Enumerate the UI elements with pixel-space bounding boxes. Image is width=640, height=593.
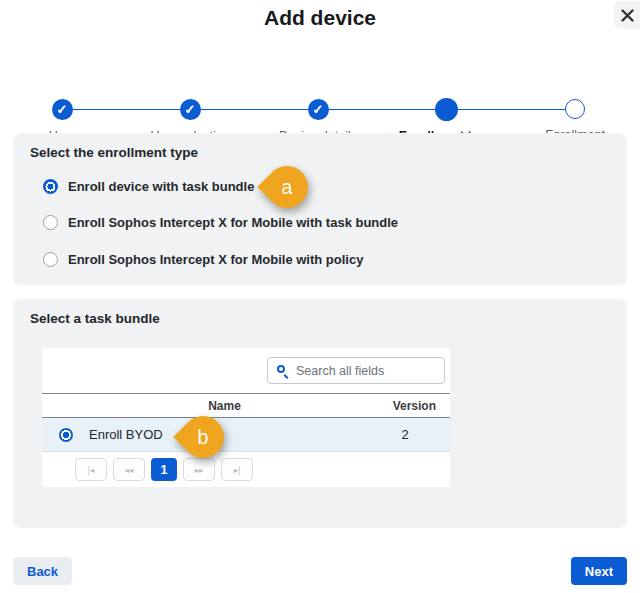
callout-letter: b bbox=[197, 427, 208, 447]
next-page-button[interactable]: ▸▸ bbox=[183, 458, 215, 481]
option-intercept-x-policy[interactable]: Enroll Sophos Intercept X for Mobile wit… bbox=[43, 252, 363, 267]
radio-unselected-icon[interactable] bbox=[43, 215, 58, 230]
last-page-button[interactable]: ▸| bbox=[221, 458, 253, 481]
close-icon bbox=[621, 9, 634, 22]
table-header-row: Name Version bbox=[42, 393, 450, 418]
header-name: Name bbox=[89, 399, 360, 413]
first-page-button[interactable]: |◂ bbox=[75, 458, 107, 481]
add-device-dialog: Add device ✓ User ✓ User selection ✓ Dev… bbox=[0, 0, 640, 593]
table-toolbar bbox=[42, 348, 450, 393]
step-check-icon: ✓ bbox=[52, 99, 73, 120]
option-label: Enroll device with task bundle bbox=[68, 179, 254, 194]
task-bundle-heading: Select a task bundle bbox=[30, 311, 160, 326]
step-current-dot bbox=[435, 98, 458, 121]
page-title: Add device bbox=[0, 6, 640, 30]
callout-letter: a bbox=[281, 177, 292, 197]
header-version: Version bbox=[360, 399, 450, 413]
table-row[interactable]: Enroll BYOD 2 bbox=[42, 418, 450, 452]
next-button[interactable]: Next bbox=[571, 557, 627, 585]
enrollment-type-heading: Select the enrollment type bbox=[30, 145, 198, 160]
row-version-cell: 2 bbox=[360, 427, 450, 442]
task-bundle-panel: Select a task bundle Name Version Enroll… bbox=[13, 299, 627, 528]
row-radio-selected-icon[interactable] bbox=[59, 428, 73, 442]
task-bundle-table: Name Version Enroll BYOD 2 |◂ ◂◂ 1 ▸▸ ▸| bbox=[42, 348, 450, 487]
search-icon bbox=[277, 365, 285, 373]
close-button[interactable] bbox=[614, 1, 640, 29]
option-label: Enroll Sophos Intercept X for Mobile wit… bbox=[68, 215, 398, 230]
step-check-icon: ✓ bbox=[180, 99, 201, 120]
pagination: |◂ ◂◂ 1 ▸▸ ▸| bbox=[42, 452, 450, 481]
option-label: Enroll Sophos Intercept X for Mobile wit… bbox=[68, 252, 363, 267]
option-enroll-device-task-bundle[interactable]: Enroll device with task bundle bbox=[43, 179, 254, 194]
back-button[interactable]: Back bbox=[13, 557, 72, 585]
row-name-cell: Enroll BYOD bbox=[89, 427, 360, 442]
search-input[interactable] bbox=[296, 358, 441, 383]
radio-unselected-icon[interactable] bbox=[43, 252, 58, 267]
callout-marker-a: a bbox=[266, 166, 308, 208]
callout-marker-b: b bbox=[182, 416, 224, 458]
radio-selected-icon[interactable] bbox=[43, 179, 58, 194]
step-todo-circle bbox=[565, 99, 585, 119]
wizard-stepper: ✓ User ✓ User selection ✓ Device details… bbox=[0, 48, 640, 104]
enrollment-type-panel: Select the enrollment type Enroll device… bbox=[13, 133, 627, 285]
current-page-button[interactable]: 1 bbox=[151, 458, 177, 481]
option-intercept-x-task-bundle[interactable]: Enroll Sophos Intercept X for Mobile wit… bbox=[43, 215, 398, 230]
search-field[interactable] bbox=[267, 357, 445, 384]
step-check-icon: ✓ bbox=[308, 99, 329, 120]
previous-page-button[interactable]: ◂◂ bbox=[113, 458, 145, 481]
